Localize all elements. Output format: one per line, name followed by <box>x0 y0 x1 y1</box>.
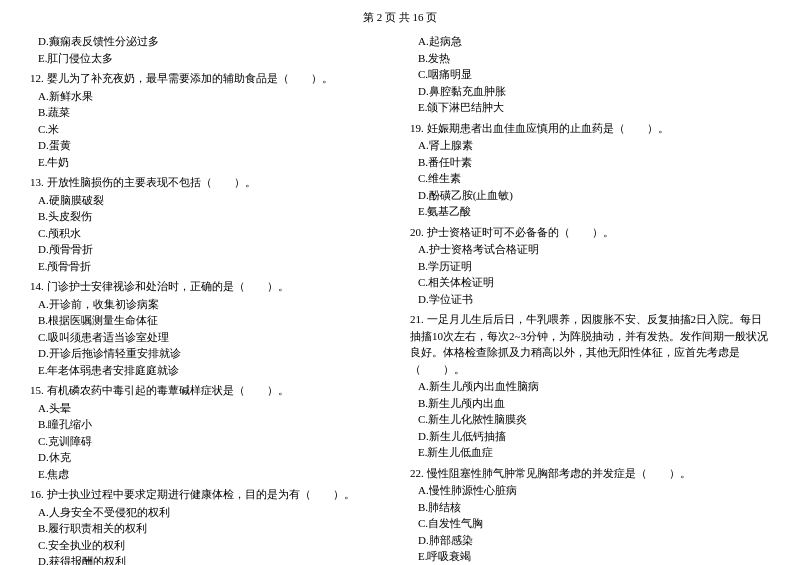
q-d-left: D.癫痫表反馈性分泌过多 E.肛门侵位太多 <box>30 33 390 66</box>
right-column: A.起病急 B.发热 C.咽痛明显 D.鼻腔黏充血肿胀 E.颌下淋巴结肿大 19… <box>410 33 770 565</box>
q15-a: A.头晕 <box>30 400 390 417</box>
q19-text: 19. 妊娠期患者出血佳血应慎用的止血药是（ ）。 <box>410 120 770 137</box>
left-column: D.癫痫表反馈性分泌过多 E.肛门侵位太多 12. 婴儿为了补充夜奶，最早需要添… <box>30 33 390 565</box>
q21-b: B.新生儿颅内出血 <box>410 395 770 412</box>
q15-text: 15. 有机磷农药中毒引起的毒蕈碱样症状是（ ）。 <box>30 382 390 399</box>
question-22: 22. 慢性阻塞性肺气肿常见胸部考虑的并发症是（ ）。 A.慢性肺源性心脏病 B… <box>410 465 770 565</box>
q21-e: E.新生儿低血症 <box>410 444 770 461</box>
q18-d: D.鼻腔黏充血肿胀 <box>410 83 770 100</box>
option-d-left: D.癫痫表反馈性分泌过多 <box>30 33 390 50</box>
q16-c: C.安全执业的权利 <box>30 537 390 554</box>
q14-a: A.开诊前，收集初诊病案 <box>30 296 390 313</box>
q21-c: C.新生儿化脓性脑膜炎 <box>410 411 770 428</box>
q19-b: B.番任叶素 <box>410 154 770 171</box>
q14-d: D.开诊后拖诊情轻重安排就诊 <box>30 345 390 362</box>
q20-a: A.护士资格考试合格证明 <box>410 241 770 258</box>
q21-text: 21. 一足月儿生后后日，牛乳喂养，因腹胀不安、反复抽搐2日入院。每日抽搐10次… <box>410 311 770 377</box>
q14-text: 14. 门诊护士安律视诊和处治时，正确的是（ ）。 <box>30 278 390 295</box>
q15-c: C.克训障碍 <box>30 433 390 450</box>
q13-a: A.硬脑膜破裂 <box>30 192 390 209</box>
q19-a: A.肾上腺素 <box>410 137 770 154</box>
q12-text: 12. 婴儿为了补充夜奶，最早需要添加的辅助食品是（ ）。 <box>30 70 390 87</box>
question-12: 12. 婴儿为了补充夜奶，最早需要添加的辅助食品是（ ）。 A.新鲜水果 B.蔬… <box>30 70 390 170</box>
q19-d: D.酚磺乙胺(止血敏) <box>410 187 770 204</box>
question-15: 15. 有机磷农药中毒引起的毒蕈碱样症状是（ ）。 A.头晕 B.瞳孔缩小 C.… <box>30 382 390 482</box>
content-columns: D.癫痫表反馈性分泌过多 E.肛门侵位太多 12. 婴儿为了补充夜奶，最早需要添… <box>30 33 770 565</box>
q22-e: E.呼吸衰竭 <box>410 548 770 565</box>
q16-a: A.人身安全不受侵犯的权利 <box>30 504 390 521</box>
q14-c: C.吸叫须患者适当诊室处理 <box>30 329 390 346</box>
q14-b: B.根据医嘱测量生命体征 <box>30 312 390 329</box>
q16-b: B.履行职责相关的权利 <box>30 520 390 537</box>
page: 第 2 页 共 16 页 D.癫痫表反馈性分泌过多 E.肛门侵位太多 12. 婴… <box>30 10 770 565</box>
q14-e: E.年老体弱患者安排庭庭就诊 <box>30 362 390 379</box>
question-16: 16. 护士执业过程中要求定期进行健康体检，目的是为有（ ）。 A.人身安全不受… <box>30 486 390 565</box>
q22-a: A.慢性肺源性心脏病 <box>410 482 770 499</box>
q12-d: D.蛋黄 <box>30 137 390 154</box>
q13-e: E.颅骨骨折 <box>30 258 390 275</box>
question-20: 20. 护士资格证时可不必备备的（ ）。 A.护士资格考试合格证明 B.学历证明… <box>410 224 770 308</box>
q12-c: C.米 <box>30 121 390 138</box>
q19-c: C.维生素 <box>410 170 770 187</box>
question-21: 21. 一足月儿生后后日，牛乳喂养，因腹胀不安、反复抽搐2日入院。每日抽搐10次… <box>410 311 770 461</box>
option-e-left: E.肛门侵位太多 <box>30 50 390 67</box>
q20-b: B.学历证明 <box>410 258 770 275</box>
q19-e: E.氨基乙酸 <box>410 203 770 220</box>
q15-d: D.休克 <box>30 449 390 466</box>
q20-c: C.相关体检证明 <box>410 274 770 291</box>
q12-b: B.蔬菜 <box>30 104 390 121</box>
q20-d: D.学位证书 <box>410 291 770 308</box>
q16-text: 16. 护士执业过程中要求定期进行健康体检，目的是为有（ ）。 <box>30 486 390 503</box>
q12-a: A.新鲜水果 <box>30 88 390 105</box>
q21-d: D.新生儿低钙抽搐 <box>410 428 770 445</box>
q20-text: 20. 护士资格证时可不必备备的（ ）。 <box>410 224 770 241</box>
q15-e: E.焦虑 <box>30 466 390 483</box>
question-13: 13. 开放性脑损伤的主要表现不包括（ ）。 A.硬脑膜破裂 B.头皮裂伤 C.… <box>30 174 390 274</box>
q13-b: B.头皮裂伤 <box>30 208 390 225</box>
q22-d: D.肺部感染 <box>410 532 770 549</box>
q13-d: D.颅骨骨折 <box>30 241 390 258</box>
question-14: 14. 门诊护士安律视诊和处治时，正确的是（ ）。 A.开诊前，收集初诊病案 B… <box>30 278 390 378</box>
q13-text: 13. 开放性脑损伤的主要表现不包括（ ）。 <box>30 174 390 191</box>
q18-c: C.咽痛明显 <box>410 66 770 83</box>
q16-d: D.获得报酬的权利 <box>30 553 390 565</box>
q22-text: 22. 慢性阻塞性肺气肿常见胸部考虑的并发症是（ ）。 <box>410 465 770 482</box>
q18-a: A.起病急 <box>410 33 770 50</box>
page-number: 第 2 页 共 16 页 <box>30 10 770 25</box>
q12-e: E.牛奶 <box>30 154 390 171</box>
q-abc-right: A.起病急 B.发热 C.咽痛明显 D.鼻腔黏充血肿胀 E.颌下淋巴结肿大 <box>410 33 770 116</box>
question-19: 19. 妊娠期患者出血佳血应慎用的止血药是（ ）。 A.肾上腺素 B.番任叶素 … <box>410 120 770 220</box>
q22-c: C.自发性气胸 <box>410 515 770 532</box>
q13-c: C.颅积水 <box>30 225 390 242</box>
q18-e: E.颌下淋巴结肿大 <box>410 99 770 116</box>
q21-a: A.新生儿颅内出血性脑病 <box>410 378 770 395</box>
q22-b: B.肺结核 <box>410 499 770 516</box>
q18-b: B.发热 <box>410 50 770 67</box>
q15-b: B.瞳孔缩小 <box>30 416 390 433</box>
